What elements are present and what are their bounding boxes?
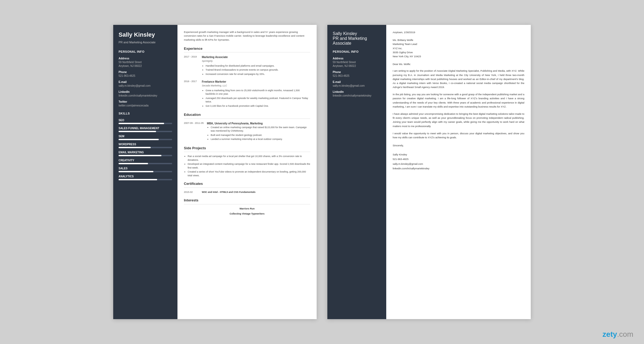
exp-company: Secada Marketing, LLC xyxy=(202,84,310,88)
skill-item: SEO xyxy=(119,119,172,124)
bullet-item: Created an online marketing campaign tha… xyxy=(211,126,310,133)
skill-name: SEM xyxy=(119,135,172,138)
experience-heading: Experience xyxy=(184,46,310,53)
resume-sidebar: Sally Kinsley PR and Marketing Associate… xyxy=(113,25,177,319)
sign-email: sally.m.kinsley@gmail.com xyxy=(393,162,524,166)
skills-container: SEO SALES FUNNEL MANAGEMENT SEM WORDPRES… xyxy=(119,119,172,180)
cert-date: 2015-02 xyxy=(184,190,199,194)
cover-date: Anytown, 1/30/2019 xyxy=(393,30,524,34)
skill-name: EMAIL MARKETING xyxy=(119,151,172,154)
page-container: Sally Kinsley PR and Marketing Associate… xyxy=(92,9,552,335)
twitter-label: Twitter xyxy=(119,100,172,103)
linkedin-value: linkedin.com/in/sallymariekinsley xyxy=(119,94,172,98)
sign-linkedin: linkedin.com/in/sallymariekinsley xyxy=(393,166,524,171)
sign-name: Sally Kinsley xyxy=(393,152,524,157)
education-entry: 2007-09 - 2011-05 MBA, University of Pen… xyxy=(184,121,310,142)
exp-dates: 2017 - 2019 xyxy=(184,55,199,77)
zety-watermark: zety.com xyxy=(603,330,633,339)
skill-bar-fill xyxy=(119,163,148,164)
skill-bar-bg xyxy=(119,139,172,140)
cover-linkedin-value: linkedin.com/in/sallymariekinsley xyxy=(333,94,381,98)
bullet-item: Got 3,100 likes for a Facebook promotion… xyxy=(206,104,310,108)
sign-phone: 521-963-4825 xyxy=(393,157,524,161)
skill-bar-bg xyxy=(119,163,172,164)
experience-entry: 2016 - 2017 Freelance Marketer Secada Ma… xyxy=(184,80,310,108)
cert-name: W3C and Intel - HTML5 and CSS Fundamenta… xyxy=(202,190,256,194)
side-projects-container: Ran a social media ad campaign for a loc… xyxy=(184,155,310,177)
skill-bar-fill xyxy=(119,123,164,124)
certificates-heading: Certificates xyxy=(184,181,310,188)
exp-job-title: Marketing Associate xyxy=(202,55,278,59)
skill-bar-bg xyxy=(119,123,172,124)
cover-phone-value: 521-963-4825 xyxy=(333,74,381,78)
skills-heading: Skills xyxy=(119,112,172,116)
bullet-item: Grew a marketing blog from zero to 25,00… xyxy=(206,89,310,96)
exp-bullets: Handled branding for distributed platfor… xyxy=(202,64,278,76)
edu-dates: 2007-09 - 2011-05 xyxy=(184,121,204,142)
exp-job-title: Freelance Marketer xyxy=(202,80,310,84)
zety-logo-text: zety xyxy=(603,330,617,338)
education-container: 2007-09 - 2011-05 MBA, University of Pen… xyxy=(184,121,310,142)
address-value: 59 Northfield StreetAnytown, NJ 06022 xyxy=(119,60,172,68)
skill-bar-fill xyxy=(119,131,156,132)
bullet-item: Increased conversion rate for email camp… xyxy=(206,72,278,76)
exp-dates: 2016 - 2017 xyxy=(184,80,199,108)
edu-degree: MBA, University of Pennsylvania, Marketi… xyxy=(207,121,310,125)
skill-bar-fill xyxy=(119,139,159,140)
bullet-item: Built and managed the student geology po… xyxy=(211,133,310,137)
cover-linkedin-label: LinkedIn xyxy=(333,90,381,93)
recipient-name: Ms. Brittany Wolfe xyxy=(393,39,413,41)
experience-container: 2017 - 2019 Marketing Associate Sprintgr… xyxy=(184,55,310,108)
side-project-item: Created a series of short YouTube videos… xyxy=(188,170,310,177)
cover-phone-label: Phone xyxy=(333,71,381,74)
experience-entry: 2017 - 2019 Marketing Associate Sprintgr… xyxy=(184,55,310,77)
edu-bullets: Created an online marketing campaign tha… xyxy=(207,126,310,141)
recipient-city: New York City, NY 10423 xyxy=(393,55,421,58)
certificates-container: 2015-02 W3C and Intel - HTML5 and CSS Fu… xyxy=(184,190,310,194)
exp-bullets: Grew a marketing blog from zero to 25,00… xyxy=(202,89,310,108)
interest-item: Collecting Vintage Typewriters xyxy=(184,212,310,216)
linkedin-label: LinkedIn xyxy=(119,90,172,93)
edu-content: MBA, University of Pennsylvania, Marketi… xyxy=(207,121,310,142)
skill-item: SALES FUNNEL MANAGEMENT xyxy=(119,127,172,132)
side-project-item: Developed an integrated content marketin… xyxy=(188,162,310,170)
address-label: Address xyxy=(119,57,172,60)
interest-item: Warriors Run xyxy=(184,207,310,211)
recipient-company: XYZ Inc. xyxy=(393,47,402,50)
skill-name: WORDPRESS xyxy=(119,143,172,146)
cover-recipient: Ms. Brittany Wolfe Marketing Team Lead X… xyxy=(393,38,524,58)
skill-item: ANALYTICS xyxy=(119,175,172,180)
exp-company: Sprintgrity xyxy=(202,59,278,63)
cover-title: PR and Marketing Associate xyxy=(333,36,381,46)
cover-main-content: Anytown, 1/30/2019 Ms. Brittany Wolfe Ma… xyxy=(386,25,531,319)
skill-item: SEM xyxy=(119,135,172,140)
resume-main-content: Experienced growth marketing manager wit… xyxy=(177,25,317,319)
skill-bar-bg xyxy=(119,155,172,156)
side-projects-list: Ran a social media ad campaign for a loc… xyxy=(184,155,310,177)
resume-title: PR and Marketing Associate xyxy=(119,40,172,44)
recipient-address: 3035 Ogilvy Drive xyxy=(393,51,413,54)
resume-name: Sally Kinsley xyxy=(119,31,172,38)
cover-name: Sally Kinsley xyxy=(333,31,381,36)
skill-item: CREATIVITY xyxy=(119,159,172,164)
cover-address-label: Address xyxy=(333,57,381,60)
side-project-item: Ran a social media ad campaign for a loc… xyxy=(188,155,310,162)
skill-bar-fill xyxy=(119,179,157,180)
personal-info-heading: Personal Info xyxy=(119,50,172,54)
skill-item: EMAIL MARKETING xyxy=(119,151,172,156)
closing-word: Sincerely, xyxy=(393,143,524,148)
zety-domain: .com xyxy=(617,330,633,338)
skill-item: WORDPRESS xyxy=(119,143,172,148)
cover-paragraph: I have always admired your uncompromisin… xyxy=(393,112,524,128)
cover-personal-info-heading: Personal Info xyxy=(333,50,381,54)
skill-name: CREATIVITY xyxy=(119,159,172,162)
side-projects-heading: Side Projects xyxy=(184,146,310,152)
skill-item: SALES xyxy=(119,167,172,172)
resume-summary: Experienced growth marketing manager wit… xyxy=(184,30,310,42)
phone-label: Phone xyxy=(119,71,172,74)
bullet-item: Landed a summer marketing internship at … xyxy=(211,137,310,141)
skill-name: ANALYTICS xyxy=(119,175,172,178)
bullet-item: Handled branding for distributed platfor… xyxy=(206,64,278,68)
skill-name: SALES FUNNEL MANAGEMENT xyxy=(119,127,172,130)
cover-paragraph: I am writing to apply for the position o… xyxy=(393,69,524,89)
